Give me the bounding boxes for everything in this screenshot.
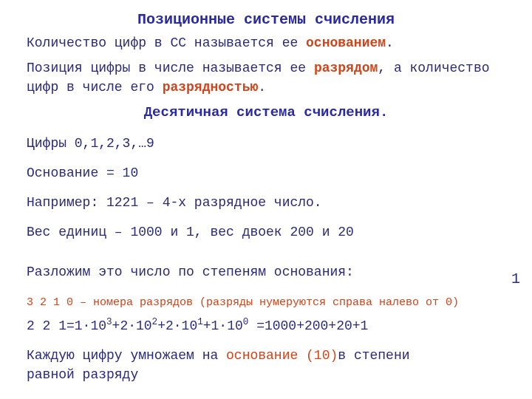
paragraph-conclusion: Каждую цифру умножаем на основание (10)в… (27, 346, 505, 384)
paragraph-definition-base: Количество цифр в СС называется ее основ… (27, 33, 505, 52)
text-segment: Каждую цифру умножаем на (27, 348, 226, 363)
text-segment: Количество цифр в СС называется ее (27, 35, 306, 50)
highlight-width: разрядностью (163, 80, 259, 95)
highlight-position: разрядом (314, 61, 378, 75)
page-number: 1 (511, 268, 520, 290)
exponent: 3 (106, 317, 112, 327)
text-segment: равной разряду (27, 367, 138, 382)
highlight-base: основанием (306, 35, 386, 50)
line-base: Основание = 10 (27, 163, 505, 183)
text-segment: . (258, 80, 266, 95)
text-segment: +2·10 (112, 318, 152, 333)
exponent: 1 (197, 317, 203, 327)
line-example: Например: 1221 – 4-х разрядное число. (27, 193, 505, 212)
line-expansion: 2 2 1=1·103+2·102+2·101+1·100 =1000+200+… (27, 316, 505, 335)
line-positions: 3 2 1 0 – номера разрядов (разряды нумер… (27, 295, 505, 311)
text-segment: . (386, 35, 394, 50)
line-digits: Цифры 0,1,2,3,…9 (27, 134, 505, 153)
text-segment: 2 2 1=1·10 (27, 318, 106, 333)
highlight-base-ten: основание (10) (226, 348, 338, 363)
text-segment: +2·10 (157, 318, 197, 333)
section-subtitle: Десятичная система счисления. (27, 103, 505, 123)
paragraph-definition-digit-position: Позиция цифры в числе называется ее разр… (27, 58, 505, 97)
page-title: Позиционные системы счисления (27, 9, 505, 30)
line-weights: Вес единиц – 1000 и 1, вес двоек 200 и 2… (27, 222, 505, 242)
text-segment: Позиция цифры в числе называется ее (27, 61, 314, 75)
text-segment: в степени (338, 348, 409, 363)
line-decompose: Разложим это число по степеням основания… (27, 262, 505, 282)
text-segment: =1000+200+20+1 (248, 318, 368, 333)
text-segment: +1·10 (203, 318, 243, 333)
